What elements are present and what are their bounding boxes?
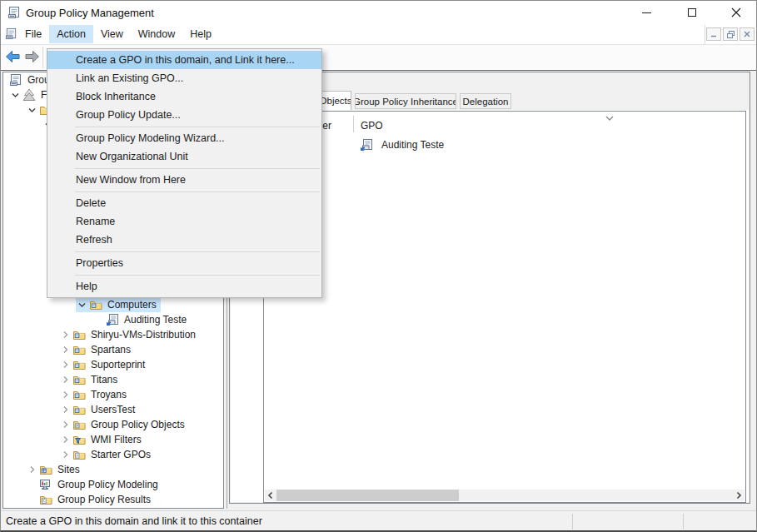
close-button[interactable] bbox=[718, 1, 755, 24]
tree-item-wmi-filters[interactable]: WMI Filters bbox=[4, 432, 222, 447]
tree-indent bbox=[26, 478, 39, 491]
tree-item-auditing-teste[interactable]: Auditing Teste bbox=[4, 312, 222, 327]
ou-folder-icon bbox=[72, 358, 86, 371]
close-icon bbox=[731, 7, 741, 17]
tree-item-userstest[interactable]: UsersTest bbox=[4, 402, 222, 417]
menu-item-new-window-from-here[interactable]: New Window from Here bbox=[47, 171, 321, 189]
tree-collapsed-chevron-icon[interactable] bbox=[59, 358, 72, 371]
column-separator[interactable] bbox=[353, 116, 354, 132]
mdi-minimize-button[interactable] bbox=[706, 27, 721, 41]
tree-item-label: Group Policy Objects bbox=[89, 419, 187, 430]
menu-item-delete[interactable]: Delete bbox=[47, 194, 321, 212]
menu-item-group-policy-update[interactable]: Group Policy Update... bbox=[47, 106, 321, 124]
mdi-minimize-icon bbox=[710, 31, 717, 37]
tree-item-starter-gpos[interactable]: Starter GPOs bbox=[4, 447, 222, 462]
scroll-left-button[interactable] bbox=[265, 490, 276, 501]
scrollbar-thumb[interactable] bbox=[276, 490, 459, 501]
tree-item-spartans[interactable]: Spartans bbox=[4, 342, 222, 357]
maximize-icon bbox=[688, 8, 696, 17]
status-text: Create a GPO in this domain and link it … bbox=[6, 515, 262, 527]
tree-item-computers[interactable]: Computers bbox=[4, 297, 222, 312]
tree-expanded-chevron-icon[interactable] bbox=[26, 103, 39, 117]
menu-item-create-a-gpo-in-this-domain-and-link-it-here[interactable]: Create a GPO in this domain, and Link it… bbox=[47, 51, 321, 69]
tree-expanded-chevron-icon[interactable] bbox=[76, 298, 89, 311]
tree-collapsed-chevron-icon[interactable] bbox=[59, 343, 72, 356]
menubar-items: FileActionViewWindowHelp bbox=[17, 25, 219, 43]
mdi-close-button[interactable] bbox=[740, 27, 755, 41]
mdi-restore-button[interactable] bbox=[723, 27, 738, 41]
menubar-item-help[interactable]: Help bbox=[182, 25, 219, 43]
tree-indent bbox=[92, 313, 106, 326]
menu-separator bbox=[75, 191, 320, 192]
tab-delegation[interactable]: Delegation bbox=[460, 93, 511, 109]
tree-item-sites[interactable]: Sites bbox=[4, 462, 222, 477]
menubar: FileActionViewWindowHelp bbox=[1, 24, 756, 45]
tab-group-policy-inheritance[interactable]: Group Policy Inheritance bbox=[355, 93, 456, 109]
tree-collapsed-chevron-icon[interactable] bbox=[59, 418, 72, 431]
tree-item-group-policy-objects[interactable]: Group Policy Objects bbox=[4, 417, 222, 432]
tree-item-label: Shiryu-VMs-Distribution bbox=[89, 329, 197, 341]
ou-folder-icon bbox=[72, 373, 86, 386]
tree-collapsed-chevron-icon[interactable] bbox=[59, 373, 72, 386]
menu-item-block-inheritance[interactable]: Block Inheritance bbox=[47, 87, 321, 106]
tree-item-group-policy-results[interactable]: Group Policy Results bbox=[4, 492, 222, 507]
titlebar: Group Policy Management bbox=[1, 1, 756, 24]
tree-item-troyans[interactable]: Troyans bbox=[4, 387, 222, 402]
menu-item-group-policy-modeling-wizard[interactable]: Group Policy Modeling Wizard... bbox=[47, 129, 321, 147]
tree-collapsed-chevron-icon[interactable] bbox=[59, 388, 72, 401]
forward-button[interactable] bbox=[24, 50, 40, 63]
gpo-link-icon bbox=[106, 313, 119, 326]
tree-collapsed-chevron-icon[interactable] bbox=[59, 328, 72, 341]
menu-item-help[interactable]: Help bbox=[47, 277, 321, 296]
console-icon bbox=[9, 73, 22, 87]
gpo-folder-icon bbox=[72, 418, 86, 431]
window-title: Group Policy Management bbox=[26, 7, 154, 19]
forest-icon bbox=[22, 88, 36, 102]
scroll-right-button[interactable] bbox=[733, 490, 745, 501]
gpo-list-row[interactable]: Auditing Teste bbox=[264, 137, 745, 152]
back-button[interactable] bbox=[5, 50, 21, 63]
toolbar-separator bbox=[42, 47, 43, 68]
tree-item-group-policy-modeling[interactable]: Group Policy Modeling bbox=[4, 477, 222, 492]
tree-item-suporteprint[interactable]: Suporteprint bbox=[4, 357, 222, 372]
menu-item-link-an-existing-gpo[interactable]: Link an Existing GPO... bbox=[47, 69, 321, 87]
menubar-item-view[interactable]: View bbox=[93, 25, 131, 43]
mdi-restore-icon bbox=[727, 31, 735, 38]
menu-item-new-organizational-unit[interactable]: New Organizational Unit bbox=[47, 147, 321, 166]
minimize-icon bbox=[642, 12, 651, 13]
tree-item-shiryu-vms-distribution[interactable]: Shiryu-VMs-Distribution bbox=[4, 327, 222, 342]
tree-expanded-chevron-icon[interactable] bbox=[9, 88, 22, 102]
ou-folder-icon bbox=[72, 328, 86, 341]
menubar-item-window[interactable]: Window bbox=[131, 25, 182, 43]
menubar-item-action[interactable]: Action bbox=[49, 25, 93, 43]
starter-folder-icon bbox=[72, 448, 86, 461]
menu-separator bbox=[75, 168, 320, 169]
tree-item-label: Suporteprint bbox=[89, 359, 147, 370]
scrollbar-track[interactable] bbox=[276, 490, 733, 501]
sites-folder-icon bbox=[39, 463, 52, 476]
tree-collapsed-chevron-icon[interactable] bbox=[59, 433, 72, 446]
tree-collapsed-chevron-icon[interactable] bbox=[59, 403, 72, 416]
tree-collapsed-chevron-icon[interactable] bbox=[59, 448, 72, 461]
tree-indent bbox=[26, 493, 39, 506]
gpmc-app-icon bbox=[7, 6, 21, 19]
minimize-button[interactable] bbox=[628, 1, 665, 24]
tree-item-titans[interactable]: Titans bbox=[4, 372, 222, 387]
tree-item-label: Auditing Teste bbox=[122, 314, 188, 326]
column-header-gpo[interactable]: GPO bbox=[361, 120, 383, 132]
menubar-item-file[interactable]: File bbox=[17, 25, 49, 43]
menu-item-properties[interactable]: Properties bbox=[47, 254, 321, 272]
menu-item-refresh[interactable]: Refresh bbox=[47, 231, 321, 249]
menu-item-rename[interactable]: Rename bbox=[47, 212, 321, 231]
ou-folder-icon bbox=[72, 388, 86, 401]
statusbar-divider bbox=[683, 514, 684, 530]
menu-separator bbox=[75, 127, 320, 127]
tree-item-label: Group Policy Results bbox=[56, 494, 152, 505]
horizontal-scrollbar[interactable] bbox=[265, 490, 745, 501]
maximize-button[interactable] bbox=[674, 1, 710, 24]
tree-item-label: Spartans bbox=[89, 344, 132, 355]
tree-collapsed-chevron-icon[interactable] bbox=[26, 463, 39, 476]
ou-folder-icon bbox=[89, 298, 102, 311]
scroll-right-icon bbox=[735, 491, 742, 500]
ou-folder-icon bbox=[72, 343, 86, 356]
